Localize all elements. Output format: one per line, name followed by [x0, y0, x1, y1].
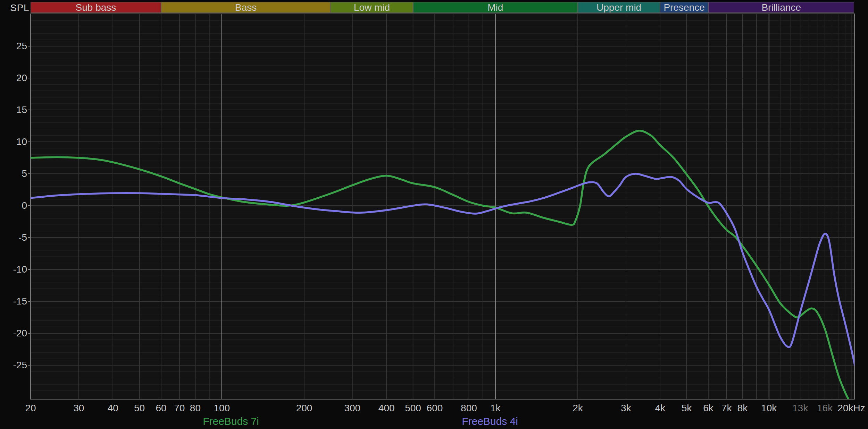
y-tick-label: 20 — [6, 73, 27, 83]
frequency-response-chart: SPL Sub bassBassLow midMidUpper midPrese… — [0, 0, 868, 429]
y-tick-label: -20 — [6, 328, 27, 338]
y-tick-label: -5 — [6, 232, 27, 243]
y-tick-label: -15 — [6, 296, 27, 307]
plot-area — [0, 0, 868, 429]
legend-freebuds-4i[interactable]: FreeBuds 4i — [462, 415, 518, 427]
x-tick-label-200: 200 — [283, 402, 325, 414]
x-tick-label-100: 100 — [201, 402, 243, 414]
y-tick-label: 25 — [6, 41, 27, 51]
y-axis-tick-marks — [28, 46, 31, 365]
legend: FreeBuds 7iFreeBuds 4i — [0, 415, 868, 428]
y-tick-label: 0 — [6, 200, 27, 211]
x-tick-label-20khz: 20kHz — [831, 402, 868, 414]
y-tick-label: 10 — [6, 137, 27, 147]
y-tick-label: 5 — [6, 169, 27, 179]
y-tick-label: 15 — [6, 105, 27, 115]
x-tick-label-2k: 2k — [557, 402, 599, 414]
x-tick-label-20: 20 — [10, 402, 51, 414]
x-tick-label-1k: 1k — [475, 402, 516, 414]
legend-freebuds-7i[interactable]: FreeBuds 7i — [203, 415, 259, 427]
y-tick-label: -10 — [6, 264, 27, 275]
y-tick-label: -25 — [6, 360, 27, 370]
